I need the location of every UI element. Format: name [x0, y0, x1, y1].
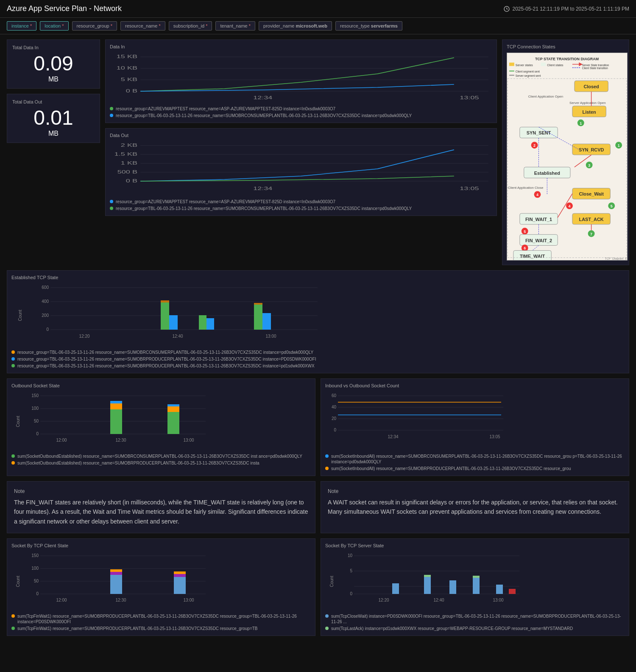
- svg-text:12:00: 12:00: [56, 438, 67, 442]
- established-chart-container: Count 600 400 200 0 12:20 12:40 13:00: [11, 283, 625, 347]
- svg-text:12:30: 12:30: [115, 438, 126, 442]
- svg-text:13:00: 13:00: [183, 598, 194, 602]
- svg-text:0: 0: [36, 591, 39, 596]
- svg-rect-107: [206, 318, 214, 330]
- svg-rect-154: [174, 577, 186, 594]
- total-data-out-card: Total Data Out 0.01 MB: [7, 94, 100, 143]
- filter-instance[interactable]: instance *: [7, 21, 36, 31]
- svg-text:500 B: 500 B: [117, 170, 137, 174]
- filter-subscription-id[interactable]: subscription_id *: [169, 21, 212, 31]
- data-out-chart: Data Out 2 KB 1.5 KB 1 KB 500 B 0 B 12:3…: [105, 128, 497, 216]
- svg-rect-167: [392, 583, 399, 594]
- svg-text:3: 3: [588, 163, 590, 168]
- clock-icon: [504, 6, 510, 12]
- svg-text:Close_Wait: Close_Wait: [579, 191, 604, 196]
- page-header: Azure App Service Plan - Network 2025-05…: [0, 0, 636, 18]
- svg-text:5: 5: [611, 204, 613, 208]
- svg-rect-106: [199, 315, 206, 330]
- legend-item-2: resource_group=TBL-06-03-25-13-11-26 res…: [110, 113, 492, 118]
- svg-rect-169: [424, 575, 431, 577]
- note-left: Note The FIN_WAIT states are relatively …: [7, 481, 315, 533]
- svg-text:20: 20: [332, 416, 337, 421]
- svg-text:0 B: 0 B: [126, 179, 137, 183]
- svg-text:1.5 KB: 1.5 KB: [114, 152, 137, 157]
- svg-rect-125: [167, 412, 179, 434]
- svg-text:Client states: Client states: [547, 64, 563, 67]
- svg-text:Client Application Close: Client Application Close: [508, 186, 544, 190]
- inbound-outbound-svg: 60 40 20 0 12:34 13:05: [325, 392, 508, 451]
- svg-rect-151: [110, 575, 122, 594]
- svg-text:100: 100: [31, 406, 39, 411]
- svg-rect-171: [473, 578, 480, 594]
- legend-item-3: resource_group=AZUREVMAPPTEST resource_n…: [110, 199, 492, 204]
- svg-rect-126: [167, 406, 179, 412]
- svg-text:1: 1: [580, 121, 582, 126]
- svg-text:5: 5: [350, 568, 352, 573]
- svg-text:12:00: 12:00: [56, 598, 67, 602]
- data-out-svg: 2 KB 1.5 KB 1 KB 500 B 0 B 12:34 13:05: [110, 141, 492, 196]
- socket-tcp-state-row: Socket By TCP Client State Count 150 100…: [0, 538, 636, 641]
- svg-rect-110: [254, 303, 262, 305]
- svg-text:TCP_Diagram_Etat: TCP_Diagram_Etat: [605, 257, 628, 260]
- svg-rect-173: [496, 585, 503, 594]
- svg-text:Server State transition: Server State transition: [582, 64, 609, 67]
- y-axis-label: Count: [18, 310, 22, 321]
- svg-text:600: 600: [42, 285, 49, 290]
- svg-rect-108: [254, 305, 262, 330]
- svg-rect-127: [167, 404, 179, 406]
- svg-text:13:00: 13:00: [493, 598, 503, 602]
- tcp-diagram-svg: TCP STATE TRANSITION DIAGRAM Server stat…: [507, 53, 628, 260]
- data-out-legend: resource_group=AZUREVMAPPTEST resource_n…: [110, 199, 492, 211]
- legend-item-1: resource_group=AZUREVMAPPTEST resource_n…: [110, 106, 492, 112]
- svg-text:Closed: Closed: [583, 84, 599, 89]
- svg-text:TCP STATE TRANSITION DIAGRAM: TCP STATE TRANSITION DIAGRAM: [535, 57, 599, 61]
- svg-text:2: 2: [533, 143, 536, 148]
- svg-text:150: 150: [31, 553, 39, 558]
- svg-rect-109: [262, 313, 271, 330]
- svg-text:5 KB: 5 KB: [121, 77, 137, 82]
- svg-text:FIN_WAIT_1: FIN_WAIT_1: [525, 217, 552, 222]
- established-tcp-svg: 600 400 200 0 12:20 12:40 13:00: [33, 283, 322, 347]
- svg-text:10: 10: [348, 553, 353, 558]
- filter-resource-type[interactable]: resource_type serverfarms: [335, 21, 402, 31]
- svg-text:50: 50: [34, 579, 39, 583]
- svg-text:10 KB: 10 KB: [117, 66, 137, 70]
- filter-provider-name[interactable]: provider_name microsoft.web: [259, 21, 332, 31]
- svg-text:12:34: 12:34: [253, 186, 272, 191]
- svg-text:5: 5: [524, 230, 526, 234]
- socket-server-card: Socket By TCP Server State Count 10 5 0 …: [321, 538, 629, 636]
- svg-text:Client State transition: Client State transition: [582, 67, 608, 70]
- svg-text:12:20: 12:20: [79, 334, 89, 339]
- svg-text:13:00: 13:00: [265, 334, 276, 339]
- svg-text:SYN_RCVD: SYN_RCVD: [579, 147, 604, 152]
- note-right: Note A WAIT socket can result in signifi…: [321, 481, 629, 533]
- tcp-column: TCP Connection States TCP STATE TRANSITI…: [502, 39, 629, 265]
- svg-text:12:34: 12:34: [253, 95, 272, 100]
- filter-tenant-name[interactable]: tenant_name *: [215, 21, 255, 31]
- svg-rect-170: [449, 580, 456, 594]
- socket-server-svg: 10 5 0 12:20 12:40 13:00: [341, 552, 524, 611]
- outbound-socket-card: Outbound Socket State Count 150 100 50 0…: [7, 378, 315, 476]
- svg-rect-28: [541, 63, 546, 66]
- svg-text:400: 400: [42, 299, 49, 304]
- svg-rect-105: [161, 300, 169, 302]
- svg-text:12:40: 12:40: [172, 334, 183, 339]
- legend-item-4: resource_group=TBL-06-03-25-13-11-26 res…: [110, 206, 492, 211]
- filter-bar: instance * location * resource_group * r…: [0, 18, 636, 34]
- svg-rect-168: [424, 577, 431, 594]
- svg-text:7: 7: [590, 232, 592, 236]
- svg-text:13:00: 13:00: [183, 438, 194, 442]
- svg-text:Listen: Listen: [583, 109, 596, 115]
- svg-rect-152: [110, 572, 122, 575]
- socket-client-legend: sum(TcpFinWait1) resource_name=SUMOBRPRO…: [11, 613, 311, 631]
- line-charts-column: Data In 15 KB 10 KB 5 KB 0 B 12:34 13:05: [105, 39, 497, 265]
- main-grid: Total Data In 0.09 MB Total Data Out 0.0…: [0, 34, 636, 270]
- filter-resource-name[interactable]: resource_name *: [120, 21, 165, 31]
- svg-text:150: 150: [31, 393, 39, 398]
- svg-rect-26: [509, 63, 514, 66]
- svg-rect-122: [110, 409, 122, 434]
- filter-resource-group[interactable]: resource_group *: [72, 21, 117, 31]
- filter-location[interactable]: location *: [40, 21, 68, 31]
- svg-text:60: 60: [332, 393, 337, 398]
- inbound-outbound-legend: sum(SocketInboundAll) resource_name=SUMO…: [325, 454, 625, 471]
